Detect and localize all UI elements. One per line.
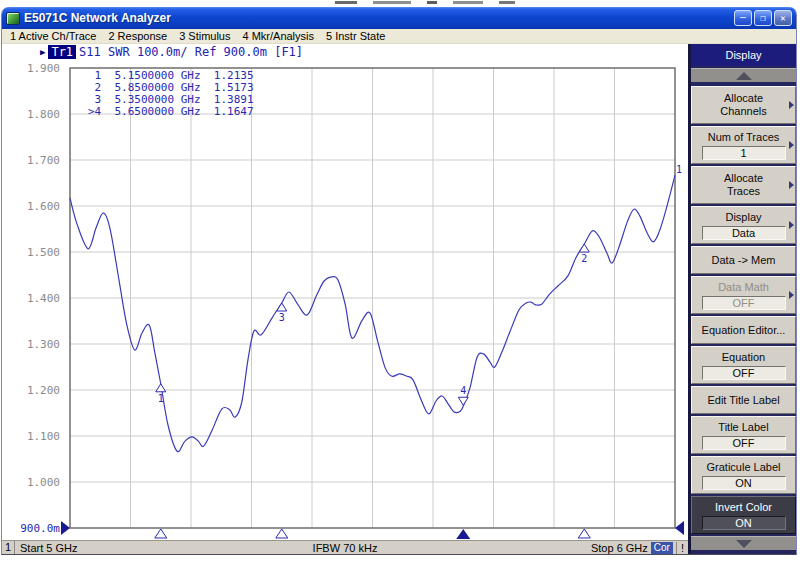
start-frequency-readout: Start 5 GHz [15, 542, 77, 554]
trace-status-line: ▶ Tr1 S11 SWR 100.0m/ Ref 900.0m [F1] [2, 44, 688, 60]
softkey-menu-title: Display [691, 44, 796, 68]
marker-readout-row: >4 5.6500000 GHz 1.1647 [88, 106, 254, 118]
softkey-label: Equation [722, 351, 765, 364]
y-axis-tick-label: 1.800 [27, 108, 60, 121]
softkey-label: Edit Title Label [707, 394, 779, 407]
content: ▶ Tr1 S11 SWR 100.0m/ Ref 900.0m [F1] 1.… [2, 44, 796, 554]
softkey-sidebar: Display Allocate ChannelsNum of Traces1A… [688, 44, 796, 554]
marker-2-stimulus-indicator-icon[interactable] [578, 529, 590, 538]
softkey-graticule-label[interactable]: Graticule LabelON [691, 456, 796, 494]
marker-2-symbol-icon[interactable] [579, 244, 589, 252]
titlebar: E5071C Network Analyzer ─ ❐ ✕ [2, 7, 796, 29]
cropped-text-artifact [335, 1, 531, 6]
softkey-data-mem[interactable]: Data -> Mem [691, 246, 796, 274]
softkey-equation-editor[interactable]: Equation Editor... [691, 316, 796, 344]
softkey-label: Num of Traces [708, 131, 780, 144]
plot-svg: 1.9001.8001.7001.6001.5001.4001.3001.200… [2, 60, 688, 540]
scroll-down-icon [736, 540, 752, 548]
channel-number: 1 [2, 541, 15, 554]
softkey-allocate-traces[interactable]: Allocate Traces [691, 166, 796, 204]
marker-4-number-label: 4 [460, 385, 466, 396]
status-bar: 1 Start 5 GHz IFBW 70 kHz Stop 6 GHz Cor… [2, 540, 688, 554]
softkey-value-data-math: OFF [702, 296, 786, 310]
marker-1-number-label: 1 [158, 393, 164, 404]
menubar: 1 Active Ch/Trace2 Response3 Stimulus4 M… [2, 29, 796, 44]
y-axis-tick-label: 1.600 [27, 200, 60, 213]
close-button[interactable]: ✕ [774, 10, 792, 26]
y-axis-tick-label: 1.300 [27, 338, 60, 351]
app-window: E5071C Network Analyzer ─ ❐ ✕ 1 Active C… [1, 7, 797, 555]
softkey-label: Title Label [718, 421, 768, 434]
softkey-scroll-down-button[interactable] [691, 536, 796, 552]
y-axis-tick-label: 1.500 [27, 246, 60, 259]
y-axis-tick-label: 1.900 [27, 62, 60, 75]
softkey-value-display: Data [702, 226, 786, 240]
softkey-equation[interactable]: EquationOFF [691, 346, 796, 384]
softkey-buttons: Allocate ChannelsNum of Traces1Allocate … [691, 68, 796, 554]
marker-1-stimulus-indicator-icon[interactable] [155, 529, 167, 538]
softkey-edit-title-label[interactable]: Edit Title Label [691, 386, 796, 414]
softkey-display[interactable]: DisplayData [691, 206, 796, 244]
y-axis-tick-label: 1.000 [27, 476, 60, 489]
marker-3-number-label: 3 [279, 312, 285, 323]
marker-3-symbol-icon[interactable] [277, 303, 287, 311]
menu-2-response[interactable]: 2 Response [103, 30, 174, 43]
marker-table: 1 5.1500000 GHz 1.2135 2 5.8500000 GHz 1… [88, 70, 254, 118]
y-axis-tick-label: 1.400 [27, 292, 60, 305]
alert-indicator: ! [676, 542, 687, 554]
ref-level-arrow-right-icon [675, 521, 684, 535]
softkey-label: Allocate Traces [724, 172, 763, 198]
stop-frequency-readout: Stop 6 GHz [591, 542, 648, 554]
softkey-allocate-channels[interactable]: Allocate Channels [691, 86, 796, 124]
softkey-label: Equation Editor... [702, 324, 786, 337]
softkey-data-math: Data MathOFF [691, 276, 796, 314]
marker-2-number-label: 2 [581, 253, 587, 264]
y-axis-tick-label: 1.100 [27, 430, 60, 443]
softkey-value-invert-color: ON [702, 516, 786, 530]
trace-end-number-label: 1 [676, 164, 682, 175]
softkey-label: Allocate Channels [720, 92, 766, 118]
softkey-value-graticule-label: ON [702, 476, 786, 490]
main-display-area: ▶ Tr1 S11 SWR 100.0m/ Ref 900.0m [F1] 1.… [2, 44, 688, 554]
scroll-up-icon [736, 72, 752, 80]
softkey-label: Graticule Label [707, 461, 781, 474]
window-title: E5071C Network Analyzer [24, 11, 730, 25]
ifbw-readout: IFBW 70 kHz [2, 542, 688, 554]
marker-4-stimulus-indicator-active-icon[interactable] [456, 529, 470, 539]
app-icon [6, 12, 20, 25]
trace1-badge[interactable]: Tr1 [48, 45, 76, 59]
softkey-value-equation: OFF [702, 366, 786, 380]
minimize-button[interactable]: ─ [734, 10, 752, 26]
window-controls: ─ ❐ ✕ [734, 10, 792, 26]
softkey-label: Display [725, 211, 761, 224]
ref-level-arrow-left-icon [61, 521, 70, 535]
softkey-value-num-of-traces: 1 [702, 146, 786, 160]
active-trace-arrow-icon: ▶ [40, 47, 45, 57]
menu-3-stimulus[interactable]: 3 Stimulus [174, 30, 237, 43]
trace1-format-readout: S11 SWR 100.0m/ Ref 900.0m [F1] [79, 45, 303, 59]
y-axis-tick-label: 1.200 [27, 384, 60, 397]
correction-badge: Cor [651, 542, 673, 554]
marker-1-symbol-icon[interactable] [156, 384, 166, 392]
softkey-label: Data -> Mem [712, 254, 776, 267]
menu-1-active-ch-trace[interactable]: 1 Active Ch/Trace [5, 30, 103, 43]
graph-area: 1.9001.8001.7001.6001.5001.4001.3001.200… [2, 60, 688, 540]
marker-4-symbol-icon[interactable] [458, 397, 468, 405]
ref-level-label: 900.0m [20, 522, 60, 535]
status-right-group: Stop 6 GHz Cor ! [591, 542, 687, 554]
screen: E5071C Network Analyzer ─ ❐ ✕ 1 Active C… [0, 0, 800, 567]
softkey-label: Invert Color [715, 501, 772, 514]
menu-5-instr-state[interactable]: 5 Instr State [321, 30, 392, 43]
softkey-value-title-label: OFF [702, 436, 786, 450]
softkey-num-of-traces[interactable]: Num of Traces1 [691, 126, 796, 164]
softkey-label: Data Math [718, 281, 769, 294]
softkey-scroll-up-button[interactable] [691, 68, 796, 84]
y-axis-tick-label: 1.700 [27, 154, 60, 167]
menu-4-mkr-analysis[interactable]: 4 Mkr/Analysis [237, 30, 321, 43]
softkey-title-label[interactable]: Title LabelOFF [691, 416, 796, 454]
restore-button[interactable]: ❐ [754, 10, 772, 26]
marker-3-stimulus-indicator-icon[interactable] [276, 529, 288, 538]
softkey-invert-color[interactable]: Invert ColorON [691, 496, 796, 534]
